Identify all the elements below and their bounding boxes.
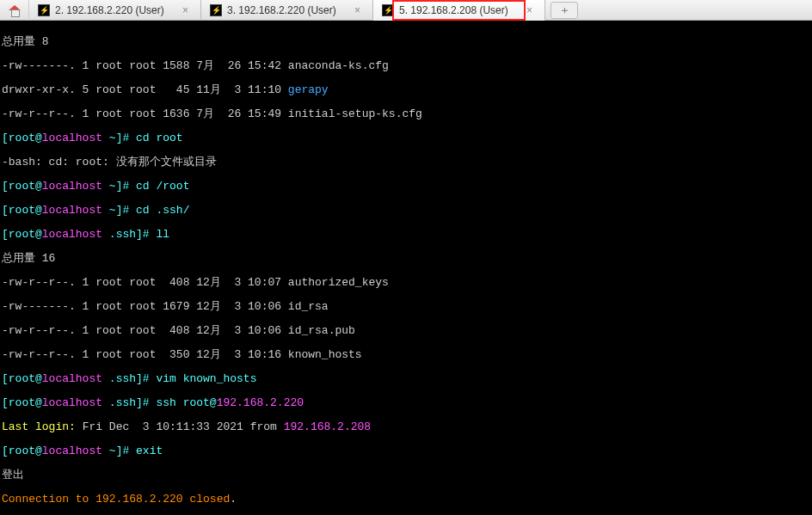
tab-label: 5. 192.168.2.208 (User) xyxy=(399,4,508,16)
terminal-output[interactable]: 总用量 8 -rw-------. 1 root root 1588 7月 26… xyxy=(0,21,812,515)
bolt-icon xyxy=(38,4,50,16)
tab-label: 2. 192.168.2.220 (User) xyxy=(55,4,164,16)
term-line: [root@localhost .ssh]# vim known_hosts xyxy=(2,373,810,385)
term-line: -rw-r--r--. 1 root root 408 12月 3 10:06 … xyxy=(2,325,810,337)
home-icon xyxy=(9,5,21,15)
term-line: -rw-r--r--. 1 root root 1636 7月 26 15:49… xyxy=(2,108,810,120)
term-line: -rw-r--r--. 1 root root 408 12月 3 10:07 … xyxy=(2,277,810,289)
term-line: drwxr-xr-x. 5 root root 45 11月 3 11:10 g… xyxy=(2,84,810,96)
term-line: [root@localhost ~]# exit xyxy=(2,445,810,457)
close-icon[interactable]: × xyxy=(179,4,192,16)
term-line: 登出 xyxy=(2,469,810,481)
new-tab-button[interactable]: ＋ xyxy=(551,2,578,19)
bolt-icon xyxy=(210,4,222,16)
term-line: [root@localhost ~]# cd .ssh/ xyxy=(2,205,810,217)
tab-session-3[interactable]: 5. 192.168.2.208 (User) × xyxy=(373,0,545,21)
tab-label: 3. 192.168.2.220 (User) xyxy=(227,4,336,16)
tab-bar: 2. 192.168.2.220 (User) × 3. 192.168.2.2… xyxy=(0,0,812,21)
term-line: [root@localhost ~]# cd /root xyxy=(2,181,810,193)
term-line: [root@localhost ~]# cd root xyxy=(2,132,810,144)
term-line: -bash: cd: root: 没有那个文件或目录 xyxy=(2,156,810,169)
tab-session-2[interactable]: 3. 192.168.2.220 (User) × xyxy=(201,0,373,21)
term-line: -rw-------. 1 root root 1588 7月 26 15:42… xyxy=(2,60,810,72)
term-line: Connection to 192.168.2.220 closed. xyxy=(2,494,810,506)
term-line: Last login: Fri Dec 3 10:11:33 2021 from… xyxy=(2,421,810,433)
close-icon[interactable]: × xyxy=(351,4,364,16)
tab-session-1[interactable]: 2. 192.168.2.220 (User) × xyxy=(29,0,201,21)
term-line: -rw-r--r--. 1 root root 350 12月 3 10:16 … xyxy=(2,349,810,361)
term-line: -rw-------. 1 root root 1679 12月 3 10:06… xyxy=(2,301,810,313)
term-line: 总用量 8 xyxy=(2,36,810,48)
home-button[interactable] xyxy=(0,0,29,21)
term-line: [root@localhost .ssh]# ll xyxy=(2,229,810,241)
bolt-icon xyxy=(382,4,394,16)
term-line: [root@localhost .ssh]# ssh root@192.168.… xyxy=(2,397,810,409)
close-icon[interactable]: × xyxy=(523,4,536,16)
term-line: 总用量 16 xyxy=(2,253,810,265)
